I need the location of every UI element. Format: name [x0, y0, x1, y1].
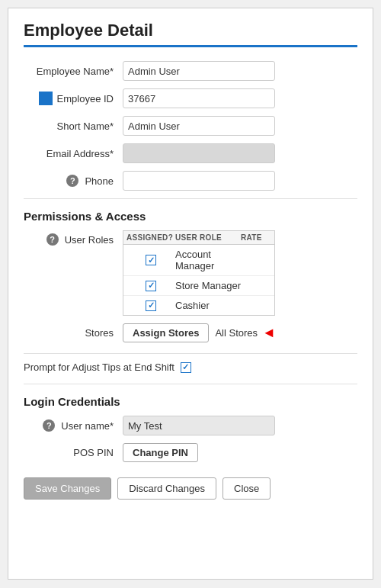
permissions-title: Permissions & Access — [24, 210, 357, 223]
bottom-buttons: Save Changes Discard Changes Close — [24, 477, 357, 500]
stores-label: Stores — [24, 327, 123, 339]
pos-pin-row: POS PIN Change PIN — [24, 443, 357, 462]
assign-stores-button[interactable]: Assign Stores — [123, 323, 209, 342]
title-underline — [24, 45, 357, 47]
table-row: Store Manager — [123, 276, 274, 296]
change-pin-button[interactable]: Change PIN — [123, 443, 198, 462]
divider-3 — [24, 384, 357, 384]
employee-name-label: Employee Name* — [24, 66, 123, 77]
user-roles-row: ? User Roles ASSIGNED? USER ROLE RATE Ac… — [24, 230, 357, 316]
user-roles-label: ? User Roles — [24, 230, 123, 246]
username-label: ? User name* — [24, 419, 123, 432]
adjust-tips-label: Prompt for Adjust Tips at End Shift — [24, 361, 174, 373]
divider-2 — [24, 353, 357, 354]
user-roles-help-icon[interactable]: ? — [46, 233, 59, 246]
role-checkbox[interactable] — [146, 281, 156, 291]
email-label: Email Address* — [24, 148, 123, 159]
all-stores-text: All Stores — [215, 327, 258, 339]
login-creds-title: Login Credentials — [24, 395, 357, 408]
role-name: Store Manager — [175, 280, 241, 291]
role-name: Account Manager — [175, 249, 241, 272]
close-button[interactable]: Close — [223, 477, 271, 500]
adjust-tips-checkbox[interactable] — [181, 362, 191, 373]
employee-id-label: Employee ID — [57, 93, 114, 104]
col-header-assigned: ASSIGNED? — [126, 233, 175, 242]
roles-table: ASSIGNED? USER ROLE RATE Account Manager… — [123, 230, 275, 316]
page-title: Employee Detail — [24, 21, 357, 40]
save-changes-button[interactable]: Save Changes — [24, 477, 111, 500]
username-help-icon[interactable]: ? — [43, 419, 55, 432]
phone-help-icon[interactable]: ? — [66, 175, 78, 187]
roles-table-header: ASSIGNED? USER ROLE RATE — [123, 231, 274, 245]
role-name: Cashier — [175, 300, 241, 311]
stores-row: Stores Assign Stores All Stores ◄ — [24, 323, 357, 342]
roles-table-body: Account ManagerStore ManagerCashier — [123, 245, 274, 315]
phone-input[interactable] — [123, 171, 275, 191]
email-row: Email Address* — [24, 143, 357, 163]
discard-changes-button[interactable]: Discard Changes — [117, 477, 216, 500]
pos-pin-label: POS PIN — [24, 447, 123, 458]
employee-id-row: Employee ID — [24, 88, 357, 108]
short-name-input[interactable] — [123, 116, 275, 136]
short-name-label: Short Name* — [24, 120, 123, 132]
divider-1 — [24, 198, 357, 199]
short-name-row: Short Name* — [24, 116, 357, 136]
phone-label: ? Phone — [24, 175, 123, 187]
role-checkbox[interactable] — [146, 255, 156, 265]
table-row: Account Manager — [123, 245, 274, 276]
blue-square-icon — [39, 92, 53, 105]
employee-detail-card: Employee Detail Employee Name* Employee … — [8, 8, 373, 580]
role-checkbox[interactable] — [146, 300, 156, 311]
username-input[interactable] — [123, 416, 275, 435]
red-arrow-icon: ◄ — [262, 325, 276, 341]
col-header-role: USER ROLE — [175, 233, 241, 242]
col-header-rate: RATE — [241, 233, 271, 242]
employee-name-input[interactable] — [123, 61, 275, 81]
table-row: Cashier — [123, 296, 274, 315]
employee-name-row: Employee Name* — [24, 61, 357, 81]
phone-row: ? Phone — [24, 171, 357, 191]
adjust-tips-row: Prompt for Adjust Tips at End Shift — [24, 361, 357, 373]
username-row: ? User name* — [24, 416, 357, 435]
employee-id-input[interactable] — [123, 88, 275, 108]
email-input[interactable] — [123, 143, 275, 163]
